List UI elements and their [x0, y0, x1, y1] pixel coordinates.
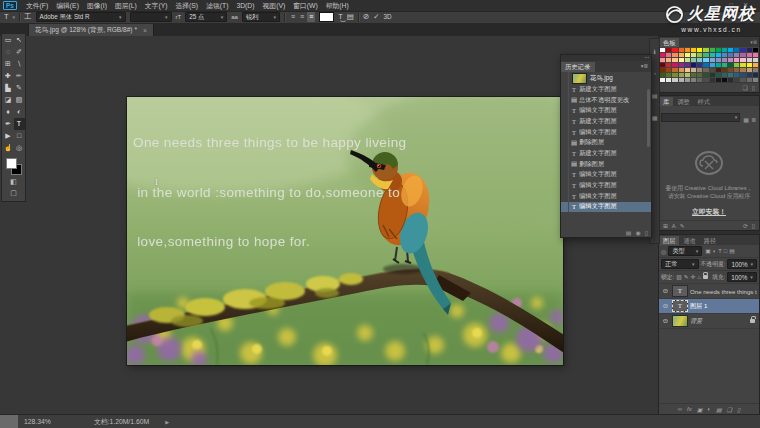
- menu-item[interactable]: 文件(F): [22, 0, 52, 11]
- color-swatch[interactable]: [679, 73, 684, 77]
- hand-tool[interactable]: ☝: [3, 142, 14, 154]
- layer-name[interactable]: 图层 1: [690, 302, 757, 311]
- quick-selection-tool[interactable]: ✐: [14, 46, 25, 58]
- color-swatch[interactable]: [679, 48, 684, 52]
- pen-tool[interactable]: ✒: [3, 118, 14, 130]
- history-step[interactable]: T 编辑文字图层: [561, 191, 651, 202]
- blend-mode-select[interactable]: 正常▾: [661, 259, 699, 269]
- color-swatch[interactable]: [672, 73, 677, 77]
- layer-row-text-2-selected[interactable]: ⊙ T 图层 1: [659, 299, 759, 314]
- menu-item[interactable]: 3D(D): [232, 0, 258, 11]
- eraser-tool[interactable]: ◪: [3, 94, 14, 106]
- color-swatch[interactable]: [734, 58, 739, 62]
- history-step[interactable]: T 编辑文字图层: [561, 127, 651, 138]
- minimize-button[interactable]: ─: [715, 1, 719, 9]
- delete-swatch-icon[interactable]: ▯: [752, 84, 755, 92]
- tab-swatches[interactable]: 色板: [659, 38, 679, 47]
- color-swatch[interactable]: [753, 58, 758, 62]
- font-style-select[interactable]: ▾: [130, 12, 172, 22]
- color-swatch[interactable]: [710, 73, 715, 77]
- spot-healing-brush-tool[interactable]: ✚: [3, 70, 14, 82]
- panel-tab[interactable]: 样式: [694, 97, 714, 106]
- filter-pixel-layers-icon[interactable]: ▣: [705, 248, 710, 254]
- history-snapshot-row[interactable]: 花鸟.jpg: [561, 72, 651, 84]
- color-swatch[interactable]: [703, 78, 708, 82]
- color-swatch[interactable]: [734, 78, 739, 82]
- color-swatch[interactable]: [697, 53, 702, 57]
- grid-view-icon[interactable]: ▦: [742, 117, 750, 123]
- color-swatch[interactable]: [753, 63, 758, 67]
- color-swatch[interactable]: [722, 53, 727, 57]
- color-swatch[interactable]: [697, 68, 702, 72]
- warp-text-icon[interactable]: T͜: [338, 12, 343, 22]
- color-swatch[interactable]: [672, 63, 677, 67]
- color-swatch[interactable]: [716, 48, 721, 52]
- text-layer-thumbnail[interactable]: T: [672, 285, 688, 297]
- color-swatch[interactable]: [722, 78, 727, 82]
- menu-item[interactable]: 文字(Y): [141, 0, 172, 11]
- dodge-tool[interactable]: ◐: [14, 106, 25, 118]
- color-swatch[interactable]: [722, 48, 727, 52]
- tab-close-icon[interactable]: ×: [143, 27, 147, 34]
- color-swatch[interactable]: [740, 78, 745, 82]
- color-swatch[interactable]: [672, 68, 677, 72]
- panel-menu-icon[interactable]: ▾≣: [641, 63, 648, 69]
- color-swatch[interactable]: [728, 78, 733, 82]
- history-step-checkbox[interactable]: [561, 84, 569, 95]
- color-swatch[interactable]: [722, 63, 727, 67]
- character-panel-icon[interactable]: ▤: [652, 93, 658, 100]
- eyedropper-tool[interactable]: ∖: [14, 58, 25, 70]
- color-swatch[interactable]: [747, 48, 752, 52]
- text-layer-thumbnail[interactable]: T: [672, 300, 688, 312]
- color-swatch[interactable]: [747, 63, 752, 67]
- rectangle-tool[interactable]: □: [14, 130, 25, 142]
- color-swatch[interactable]: [666, 63, 671, 67]
- color-swatch[interactable]: [734, 73, 739, 77]
- color-swatch[interactable]: [710, 68, 715, 72]
- color-swatch[interactable]: [740, 73, 745, 77]
- filter-adjustment-layers-icon[interactable]: ◐: [713, 248, 717, 254]
- lock-image-pixels-icon[interactable]: ✎: [684, 274, 689, 280]
- color-swatch[interactable]: [716, 53, 721, 57]
- align-center-button[interactable]: ≡: [298, 12, 306, 22]
- color-swatch[interactable]: [710, 78, 715, 82]
- color-swatch[interactable]: [697, 63, 702, 67]
- color-swatch[interactable]: [753, 53, 758, 57]
- path-selection-tool[interactable]: ▶: [3, 130, 14, 142]
- color-swatch[interactable]: [691, 63, 696, 67]
- color-swatch[interactable]: [747, 78, 752, 82]
- color-swatch[interactable]: [666, 58, 671, 62]
- color-swatch[interactable]: [685, 53, 690, 57]
- color-swatch[interactable]: [685, 68, 690, 72]
- history-step-checkbox[interactable]: [561, 159, 569, 170]
- text-orientation-icon[interactable]: 工: [24, 12, 32, 22]
- color-swatch[interactable]: [660, 58, 665, 62]
- color-swatch[interactable]: [734, 63, 739, 67]
- history-step[interactable]: T 编辑文字图层: [561, 202, 651, 213]
- color-swatch[interactable]: [697, 58, 702, 62]
- color-swatch[interactable]: [697, 73, 702, 77]
- color-swatch[interactable]: [740, 48, 745, 52]
- menu-item[interactable]: 图层(L): [111, 0, 141, 11]
- filter-type-layers-icon[interactable]: T: [718, 248, 722, 254]
- color-swatch[interactable]: [753, 73, 758, 77]
- panel-menu-icon[interactable]: ▾≣: [750, 39, 757, 45]
- color-swatch[interactable]: [691, 73, 696, 77]
- history-step-checkbox[interactable]: [561, 170, 569, 181]
- new-swatch-icon[interactable]: ❏: [743, 84, 748, 92]
- color-swatch[interactable]: [679, 63, 684, 67]
- color-swatch[interactable]: [753, 68, 758, 72]
- history-step[interactable]: ▤ 删除图层: [561, 137, 651, 148]
- history-step[interactable]: ▤ 删除图层: [561, 159, 651, 170]
- library-select[interactable]: ▾: [661, 113, 740, 122]
- tab-history[interactable]: 历史记录: [561, 62, 595, 72]
- menu-item[interactable]: 选择(S): [171, 0, 202, 11]
- pencil-tool[interactable]: ✎: [14, 82, 25, 94]
- color-swatch[interactable]: [747, 53, 752, 57]
- commit-edits-button[interactable]: ✓: [373, 12, 379, 22]
- color-swatch[interactable]: [753, 78, 758, 82]
- type-tool-preset-icon[interactable]: T: [4, 12, 9, 22]
- history-step[interactable]: T 编辑文字图层: [561, 105, 651, 116]
- zoom-level-field[interactable]: 128.34%: [24, 418, 68, 425]
- document-canvas[interactable]: One needs three things to be happy livei…: [127, 97, 563, 365]
